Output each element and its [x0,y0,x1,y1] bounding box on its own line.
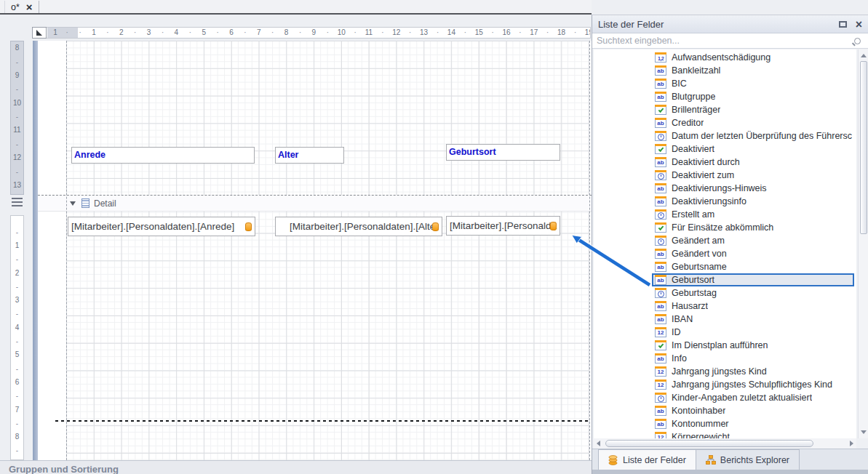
field-item-label: Deaktivierungs-Hinweis [672,183,767,193]
scroll-right-icon[interactable] [850,441,853,446]
panel-close-icon[interactable] [856,19,862,31]
field-list-item[interactable]: Deaktiviert zum [652,169,854,182]
bool-field-icon [655,144,666,154]
ruler-number: 4 [171,28,181,36]
scroll-down-icon[interactable] [861,430,867,434]
search-icon[interactable] [854,38,861,44]
vertical-ruler-upper: 8910111213----- [10,41,24,195]
field-list-item[interactable]: abGeändert von [652,247,854,260]
field-list-item[interactable]: Für Einsätze abkömmlich [652,221,854,234]
report-data-field[interactable]: [Mitarbeiter].[Personaldaten].[Anrede] [68,217,255,236]
field-list-item[interactable]: abGeburtsort [652,273,854,286]
design-grid [66,41,589,460]
field-list-item[interactable]: abIBAN [652,313,854,326]
bool-field-icon [655,105,666,115]
field-list-item[interactable]: 12Körpergewicht [652,430,854,438]
field-item-label: Deaktivierungsinfo [672,196,746,206]
detail-band-header[interactable]: Detail [38,195,592,212]
field-list-item[interactable]: abGeburtsname [652,260,854,273]
field-list-item[interactable]: Deaktiviert [652,142,854,156]
report-data-field[interactable]: [Mitarbeiter].[Personaldaten].[Alte [275,217,442,236]
ruler-number: 6 [11,378,23,386]
ruler-number: 19 [584,28,591,36]
field-list-item[interactable]: Geändert am [652,234,854,247]
ruler-tick: · [65,28,69,36]
field-item-label: Brillenträger [672,105,720,115]
field-list-item[interactable]: Im Dienstplan aufführen [652,339,854,352]
tab-berichts-explorer[interactable]: Berichts Explorer [696,449,800,470]
field-list-item[interactable]: 12Jahrgang jüngstes Schulpflichtiges Kin… [652,378,854,391]
data-field-expression: [Mitarbeiter].[Personaldaten].[Alte [290,221,435,232]
field-list-item[interactable]: abDeaktivierungsinfo [652,195,854,208]
integer-field-icon: 12 [655,432,666,438]
field-item-label: Geändert von [672,249,727,259]
field-item-label: Geburtstag [672,288,717,298]
field-list-item[interactable]: abInfo [652,352,854,365]
number-field-icon: 1,2 [655,52,666,63]
band-bottom-boundary[interactable] [55,420,591,422]
horizontal-ruler: 12345678910111213141516171819···········… [32,27,591,39]
field-item-label: Jahrgang jüngstes Schulpflichtiges Kind [672,379,832,390]
field-list-item[interactable]: Brillenträger [652,103,854,116]
right-margin-guide [589,41,590,460]
ruler-tick: · [463,28,467,36]
text-field-icon: ab [655,406,666,416]
data-field-expression: [Mitarbeiter].[Personaldaten].[Anrede] [71,221,234,232]
field-list-item[interactable]: 12ID [652,326,854,339]
ruler-number: 18 [557,28,567,36]
field-list-item[interactable]: abBlutgruppe [652,90,854,103]
ruler-corner-button[interactable] [32,27,47,39]
field-search-input[interactable] [592,36,854,46]
report-caption-label[interactable]: Geburtsort [446,144,560,161]
field-list-item[interactable]: abDeaktiviert durch [652,156,854,169]
ruler-number: 15 [474,28,484,36]
ruler-tick: · [105,28,110,36]
field-list-item[interactable]: 1,2Aufwandsentschädigung [652,51,854,64]
tab-liste-der-felder[interactable]: Liste der Felder [598,449,696,470]
groups-sorting-panel-header[interactable]: Gruppen und Sortierung [0,460,592,474]
field-list-item[interactable]: abKontonummer [652,417,854,430]
field-list-item[interactable]: abDeaktivierungs-Hinweis [652,182,854,195]
panel-float-icon[interactable] [839,21,847,28]
field-list-item[interactable]: Erstellt am [652,208,854,221]
date-field-icon [655,131,666,141]
report-caption-label[interactable]: Alter [275,147,344,164]
field-list-panel: Liste der Felder 1,2Aufwandsentschädigun… [592,15,868,474]
report-data-field[interactable]: [Mitarbeiter].[Personalda [446,216,560,236]
report-caption-label[interactable]: Anrede [71,147,255,164]
ruler-number: 1 [89,28,99,36]
field-item-label: Geändert am [672,236,725,246]
scroll-left-icon[interactable] [597,441,600,446]
ruler-tick: · [573,28,578,36]
field-list-item[interactable]: abHausarzt [652,300,854,313]
field-list-item[interactable]: abCreditor [652,116,854,129]
field-list-item[interactable]: Kinder-Angaben zuletzt aktualisiert [652,391,854,404]
panel-tab-label: Liste der Felder [623,455,686,465]
field-list-item[interactable]: abBIC [652,77,854,90]
ruler-tick: - [11,255,23,263]
clock-icon [658,134,664,140]
field-list-item[interactable]: 12Jahrgang jüngstes Kind [652,365,854,378]
field-item-label: Im Dienstplan aufführen [672,340,768,350]
horizontal-scroll-thumb[interactable] [605,440,813,447]
text-field-icon: ab [655,92,666,102]
band-collapse-icon[interactable] [70,201,76,206]
ruler-tick: - [11,58,23,66]
field-list-item[interactable]: abBankleitzahl [652,64,854,77]
field-item-label: Deaktiviert durch [672,157,740,167]
vertical-scroll-thumb[interactable] [860,61,867,234]
field-search-box [592,33,868,49]
tab-close-icon[interactable] [26,1,33,12]
vertical-ruler-lower: 123456789--------- [10,215,24,460]
document-tab[interactable]: o* [4,1,39,13]
field-list-item[interactable]: Geburtstag [652,286,854,300]
text-field-icon: ab [655,314,666,324]
text-field-icon: ab [655,353,666,363]
date-field-icon [655,288,666,298]
scroll-up-icon[interactable] [861,54,867,57]
field-list-item[interactable]: Datum der letzten Überprüfung des Führer… [652,129,854,142]
detail-band-drag-handle[interactable] [12,198,23,206]
field-list-item[interactable]: abKontoinhaber [652,404,854,417]
groups-sorting-label: Gruppen und Sortierung [9,464,119,474]
data-field-expression: [Mitarbeiter].[Personalda [450,220,557,231]
